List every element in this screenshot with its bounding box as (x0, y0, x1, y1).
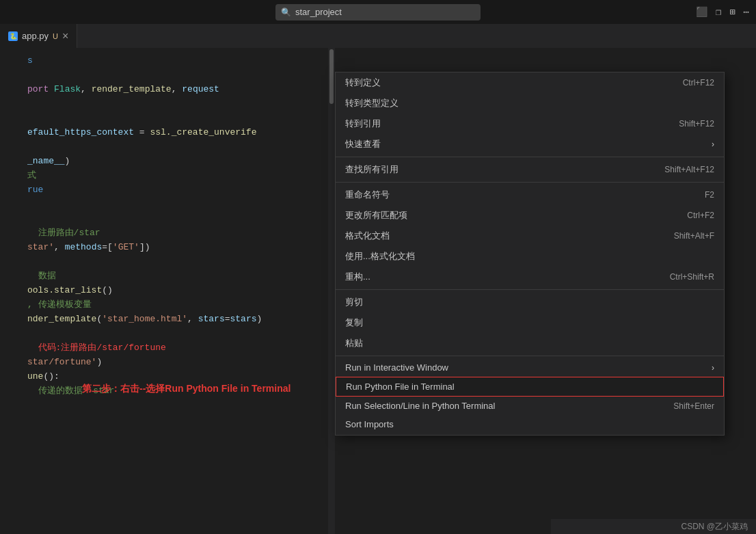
watermark-text: CSDN @乙小菜鸡 (681, 521, 748, 533)
menu-shortcut: Ctrl+Shift+R (670, 272, 714, 282)
code-line: rue (0, 183, 335, 197)
code-line (0, 68, 335, 82)
menu-label: Run in Interactive Window (345, 362, 448, 373)
search-bar[interactable]: 🔍 star_project (275, 4, 481, 21)
tab-close-button[interactable]: × (62, 30, 68, 42)
menu-item-sort-imports[interactable]: Sort Imports (336, 415, 724, 435)
scrollbar[interactable] (328, 48, 335, 534)
code-line: , 传递模板变量 (0, 297, 335, 312)
code-line: star', methods=['GET']) (0, 240, 335, 254)
menu-shortcut: Shift+F12 (679, 119, 714, 129)
menu-shortcut: F2 (705, 190, 714, 200)
menu-separator (336, 356, 724, 356)
code-line (0, 211, 335, 226)
scrollbar-thumb[interactable] (329, 49, 334, 104)
code-line: 传递的数据 star (0, 384, 335, 398)
menu-item-quick-look[interactable]: 快速查看 › (336, 134, 724, 155)
menu-label: 转到类型定义 (345, 97, 399, 109)
menu-separator (336, 157, 724, 157)
menu-item-change-all[interactable]: 更改所有匹配项 Ctrl+F2 (336, 205, 724, 226)
grid-icon[interactable]: ⊞ (729, 6, 735, 18)
code-line (0, 326, 335, 341)
code-line: 代码:注册路由/star/fortune (0, 341, 335, 355)
code-line: une(): (0, 369, 335, 384)
menu-item-run-python-terminal[interactable]: Run Python File in Terminal (336, 377, 724, 397)
menu-label: 使用...格式化文档 (345, 250, 415, 263)
code-line (0, 254, 335, 269)
search-icon: 🔍 (281, 8, 291, 17)
code-line (0, 96, 335, 111)
menu-label: 复制 (345, 317, 363, 329)
menu-item-copy[interactable]: 复制 (336, 312, 724, 333)
code-line: port Flask, render_template, request (0, 82, 335, 96)
menu-item-cut[interactable]: 剪切 (336, 292, 724, 312)
split-icon[interactable]: ❐ (716, 6, 721, 18)
submenu-arrow-icon: › (712, 139, 714, 149)
menu-item-format-with[interactable]: 使用...格式化文档 (336, 246, 724, 267)
context-menu: 转到定义 Ctrl+F12 转到类型定义 转到引用 Shift+F12 快速查看… (335, 72, 725, 436)
code-line (0, 111, 335, 125)
code-line: 注册路由/star (0, 226, 335, 240)
menu-item-rename-symbol[interactable]: 重命名符号 F2 (336, 185, 724, 205)
menu-separator (336, 289, 724, 290)
menu-shortcut: Shift+Alt+F12 (664, 165, 714, 174)
menu-label: 重构... (345, 271, 370, 283)
menu-label: 转到定义 (345, 77, 381, 89)
more-icon[interactable]: ⋯ (744, 6, 749, 18)
menu-label: 格式化文档 (345, 230, 390, 242)
tab-modified-indicator: U (53, 32, 58, 40)
code-line: 式 (0, 168, 335, 183)
menu-item-find-all-refs[interactable]: 查找所有引用 Shift+Alt+F12 (336, 159, 724, 180)
code-content: s port Flask, render_template, request (0, 48, 335, 403)
menu-label: 快速查看 (345, 138, 381, 150)
layout-icon[interactable]: ⬛ (696, 6, 707, 18)
window-controls: ⬛ ❐ ⊞ ⋯ (696, 6, 749, 18)
menu-item-goto-type-def[interactable]: 转到类型定义 (336, 93, 724, 114)
code-line: nder_template('star_home.html', stars=st… (0, 312, 335, 326)
code-line (0, 139, 335, 154)
menu-label: Sort Imports (345, 419, 394, 429)
code-line: efault_https_context = ssl._create_unver… (0, 125, 335, 139)
tab-bar: 🐍 app.py U × (0, 24, 756, 48)
bottom-bar: CSDN @乙小菜鸡 (551, 519, 756, 534)
tab-app-py[interactable]: 🐍 app.py U × (0, 24, 77, 48)
menu-item-paste[interactable]: 粘贴 (336, 333, 724, 353)
code-line: s (0, 53, 335, 68)
menu-item-format-doc[interactable]: 格式化文档 Shift+Alt+F (336, 226, 724, 246)
title-bar: 🔍 star_project ⬛ ❐ ⊞ ⋯ (0, 0, 756, 24)
search-text: star_project (295, 7, 342, 17)
menu-label: 查找所有引用 (345, 163, 399, 176)
menu-item-goto-def[interactable]: 转到定义 Ctrl+F12 (336, 72, 724, 93)
menu-label: 更改所有匹配项 (345, 209, 407, 222)
code-panel: s port Flask, render_template, request (0, 48, 335, 534)
menu-item-refactor[interactable]: 重构... Ctrl+Shift+R (336, 267, 724, 287)
menu-label: 重命名符号 (345, 189, 390, 201)
code-line: 数据 (0, 269, 335, 283)
menu-label: Run Selection/Line in Python Terminal (345, 401, 495, 411)
code-line: _name__) (0, 154, 335, 168)
menu-separator (336, 182, 724, 183)
menu-label: Run Python File in Terminal (346, 382, 455, 392)
submenu-arrow-icon: › (712, 363, 714, 373)
code-line: ools.star_list() (0, 283, 335, 297)
menu-label: 粘贴 (345, 337, 363, 349)
menu-item-run-selection[interactable]: Run Selection/Line in Python Terminal Sh… (336, 397, 724, 415)
menu-shortcut: Shift+Enter (673, 401, 714, 411)
menu-shortcut: Shift+Alt+F (674, 231, 714, 241)
editor-area: s port Flask, render_template, request (0, 48, 756, 534)
tab-filename: app.py (22, 31, 49, 41)
menu-shortcut: Ctrl+F2 (687, 211, 714, 220)
python-file-icon: 🐍 (8, 31, 18, 41)
code-line (0, 197, 335, 211)
menu-item-goto-ref[interactable]: 转到引用 Shift+F12 (336, 114, 724, 134)
code-line: star/fortune') (0, 355, 335, 369)
menu-shortcut: Ctrl+F12 (683, 78, 714, 88)
menu-label: 剪切 (345, 296, 363, 308)
menu-label: 转到引用 (345, 118, 381, 130)
menu-item-run-interactive[interactable]: Run in Interactive Window › (336, 358, 724, 377)
